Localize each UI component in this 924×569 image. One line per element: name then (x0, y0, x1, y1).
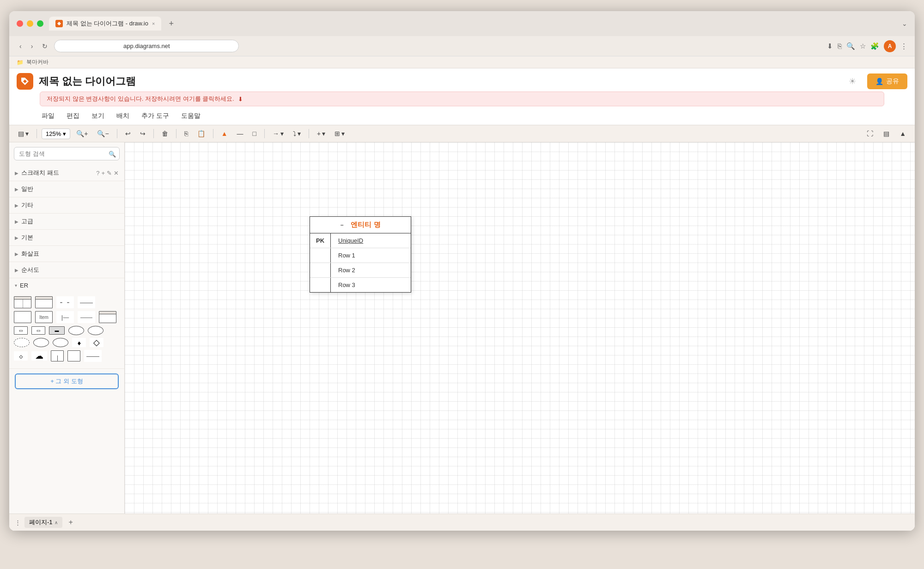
er-shape-diamond1[interactable]: ⬧ (72, 338, 86, 347)
delete-button[interactable]: 🗑 (158, 128, 171, 139)
er-shape-oval3[interactable] (14, 338, 30, 347)
more-shapes-button[interactable]: + 그 외 도형 (15, 373, 119, 389)
zoom-in-button[interactable]: 🔍+ (73, 128, 91, 139)
er-shape-oval2[interactable] (88, 326, 103, 335)
er-shape-diamond3[interactable]: ⬦ (14, 351, 28, 361)
insert-button[interactable]: + ▾ (314, 128, 328, 139)
page-tab-chevron-icon: ∧ (55, 520, 58, 525)
waypoint-icon: ⤵ (293, 130, 296, 137)
close-traffic-light[interactable] (17, 20, 23, 27)
minimize-traffic-light[interactable] (27, 20, 33, 27)
er-shape-oval4[interactable] (33, 338, 49, 347)
add-page-button[interactable]: + (66, 517, 76, 527)
zoom-control[interactable]: 125% ▾ (42, 128, 70, 139)
fill-color-button[interactable]: ▲ (218, 128, 231, 139)
theme-icon[interactable]: ☀ (849, 76, 856, 86)
more-pages-icon[interactable]: ⋮ (15, 519, 21, 526)
er-shape-cloud[interactable]: ☁ (31, 351, 47, 361)
sidebar-section-advanced-header[interactable]: ▶ 고급 (9, 214, 124, 229)
scratch-help-icon[interactable]: ? (96, 170, 99, 177)
sidebar-section-other-header[interactable]: ▶ 기타 (9, 197, 124, 213)
er-label: ER (20, 282, 28, 289)
share-button[interactable]: 👤 공유 (867, 73, 907, 89)
redo-button[interactable]: ↪ (137, 128, 149, 139)
tab-expand-icon[interactable]: ⌄ (902, 20, 907, 27)
shape-style-button[interactable]: □ (249, 128, 259, 139)
er-shape-table[interactable] (14, 296, 31, 308)
menu-help[interactable]: 도움말 (179, 111, 202, 121)
screenshot-icon[interactable]: ⎘ (838, 42, 842, 50)
forward-button[interactable]: › (28, 41, 36, 52)
sidebar-toggle-button[interactable]: ▤ ▾ (15, 128, 32, 139)
entity-table[interactable]: − 엔티티 명 PK UniqueID Row 1 Row 2 (310, 216, 411, 293)
menu-file[interactable]: 파일 (40, 111, 56, 121)
sidebar-section-er-header[interactable]: ▾ ER (9, 278, 124, 293)
scratch-edit-icon[interactable]: ✎ (107, 170, 112, 177)
sidebar-section-flowchart-header[interactable]: ▶ 순서도 (9, 262, 124, 278)
search-input[interactable] (14, 147, 120, 160)
zoom-in-icon: 🔍+ (76, 130, 88, 137)
sidebar-toggle-icon: ▤ (18, 130, 24, 137)
er-shape-rect1[interactable] (14, 311, 31, 323)
undo-button[interactable]: ↩ (122, 128, 134, 139)
refresh-button[interactable]: ↻ (39, 41, 50, 52)
extension-icon[interactable]: 🧩 (870, 42, 879, 50)
save-notice[interactable]: 저장되지 않은 변경사항이 있습니다. 저장하시려면 여기를 클릭하세요. ⬇ (40, 92, 884, 106)
er-shape-line[interactable]: —— (84, 350, 102, 362)
active-tab[interactable]: 제목 없는 다이어그램 - draw.io × (49, 17, 161, 31)
scratch-add-icon[interactable]: + (101, 170, 105, 177)
er-shape-oval1[interactable] (68, 326, 84, 335)
back-button[interactable]: ‹ (17, 41, 24, 52)
maximize-traffic-light[interactable] (37, 20, 43, 27)
menu-edit[interactable]: 편집 (65, 111, 81, 121)
panel-button[interactable]: ▤ (880, 128, 893, 139)
er-shape-small2[interactable]: ▭ (31, 326, 45, 335)
connection-button[interactable]: → ▾ (269, 128, 287, 139)
sidebar-section-general-header[interactable]: ▶ 일반 (9, 181, 124, 197)
er-shape-dash4[interactable]: —— (78, 311, 95, 323)
line-color-button[interactable]: — (233, 128, 246, 139)
user-avatar[interactable]: A (884, 40, 896, 52)
sidebar-section-scratch-header[interactable]: ▶ 스크래치 패드 ? + ✎ ✕ (9, 165, 124, 181)
search-nav-icon[interactable]: 🔍 (846, 42, 855, 50)
sidebar-section-arrows-header[interactable]: ▶ 화살표 (9, 246, 124, 262)
menu-icon[interactable]: ⋮ (900, 42, 907, 50)
er-shape-split1[interactable] (51, 350, 64, 361)
scratch-close-icon[interactable]: ✕ (114, 170, 119, 177)
entity-row-2: Row 2 (310, 263, 411, 278)
er-shape-diamond2[interactable]: ◇ (90, 338, 103, 347)
er-shape-small3[interactable]: ▬ (49, 326, 65, 335)
page-tab-label: 페이지-1 (29, 518, 53, 526)
waypoint-button[interactable]: ⤵ ▾ (290, 128, 304, 139)
toolbar-separator-1 (36, 129, 37, 138)
er-shape-dash3[interactable]: |— (56, 311, 74, 323)
copy-button[interactable]: ⎘ (181, 128, 191, 139)
er-shape-split2[interactable] (67, 350, 80, 361)
entity-row-1: Row 1 (310, 248, 411, 263)
sidebar-section-basic-header[interactable]: ▶ 기본 (9, 230, 124, 245)
collapse-button[interactable]: ▲ (896, 128, 909, 139)
er-shape-oval5[interactable] (53, 338, 68, 347)
new-tab-button[interactable]: + (165, 17, 177, 31)
entity-minimize-button[interactable]: − (340, 222, 343, 228)
er-shape-table2[interactable] (35, 296, 53, 308)
toolbar: ▤ ▾ 125% ▾ 🔍+ 🔍− ↩ ↪ 🗑 (9, 125, 915, 142)
fullscreen-button[interactable]: ⛶ (863, 128, 876, 139)
paste-button[interactable]: 📋 (194, 128, 208, 139)
er-shape-item[interactable]: Item (35, 311, 53, 323)
er-shape-dash1[interactable]: - - (56, 296, 74, 308)
er-shape-dash2[interactable]: —— (78, 296, 95, 308)
url-input[interactable]: app.diagrams.net (54, 40, 239, 52)
canvas-area[interactable]: − 엔티티 명 PK UniqueID Row 1 Row 2 (125, 142, 915, 514)
star-icon[interactable]: ☆ (860, 42, 866, 50)
menu-arrange[interactable]: 배치 (115, 111, 131, 121)
page-tab-1[interactable]: 페이지-1 ∧ (24, 517, 62, 528)
er-shape-small1[interactable]: ▭ (14, 326, 28, 335)
table-button[interactable]: ⊞ ▾ (331, 128, 348, 139)
er-shape-rect2[interactable] (99, 311, 116, 323)
tab-close-button[interactable]: × (152, 21, 155, 26)
zoom-out-button[interactable]: 🔍− (94, 128, 112, 139)
menu-extras[interactable]: 추가 도구 (140, 111, 171, 121)
download-icon[interactable]: ⬇ (827, 42, 833, 50)
menu-view[interactable]: 보기 (90, 111, 106, 121)
